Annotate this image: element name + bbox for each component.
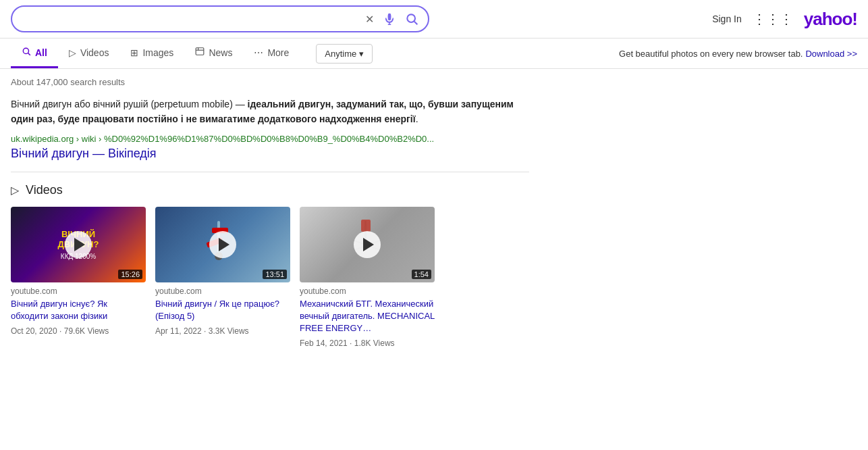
header: вічний двигун ✕ Sign In ⋮⋮⋮ [0,0,868,39]
svg-line-4 [414,22,418,25]
video-card-1[interactable]: ВІЧНИЙДВИГУН? ККД 1200% 15:26 youtube.co… [11,207,146,349]
news-icon [195,47,205,58]
nav-tabs: All ▷ Videos ⊞ Images News ⋯ More Anytim… [0,39,868,69]
video-duration-1: 15:26 [118,270,142,279]
video-meta-3: Feb 14, 2021 · 1.8K Views [300,339,435,348]
videos-section: ▷ Videos ВІЧНИЙДВИГУН? ККД 1200% 15:26 [11,183,529,349]
play-button-3[interactable] [354,231,381,258]
mic-button[interactable] [382,11,397,26]
tab-images-label: Images [142,47,173,58]
video-source-3: youtube.com [300,286,435,296]
clear-button[interactable]: ✕ [364,11,375,27]
tab-images[interactable]: ⊞ Images [119,39,184,68]
video-thumb-1: ВІЧНИЙДВИГУН? ККД 1200% 15:26 [11,207,146,282]
video-thumb-3: 1:54 [300,207,435,282]
tab-more-label: More [267,47,289,58]
play-button-2[interactable] [209,231,236,258]
tab-all-label: All [35,47,47,58]
main-content: About 147,000 search results Вічний двиг… [0,69,540,359]
anytime-filter-button[interactable]: Anytime ▾ [316,44,373,64]
results-count: About 147,000 search results [11,77,529,87]
promo-text: Get beautiful photos on every new browse… [619,49,803,59]
video-source-1: youtube.com [11,286,146,296]
video-card-3[interactable]: 1:54 youtube.com Механичский БТГ. Механи… [300,207,435,349]
yahoo-logo: yahoo! [804,9,857,30]
svg-line-6 [28,53,30,55]
tab-news-label: News [209,47,232,58]
images-icon: ⊞ [130,47,138,58]
videos-title: Videos [26,183,63,197]
search-bar: вічний двигун ✕ [11,5,429,32]
video-meta-2: Apr 11, 2022 · 3.3K Views [155,326,290,336]
play-triangle-3 [363,238,374,251]
video-duration-2: 13:51 [263,270,287,279]
divider [11,172,529,172]
more-dots-icon: ⋯ [254,47,263,58]
video-title-link-1[interactable]: Вічний двигун існує? Як обходити закони … [11,298,146,322]
tab-videos[interactable]: ▷ Videos [58,39,120,68]
svg-point-3 [407,14,415,22]
tab-more[interactable]: ⋯ More [243,39,300,68]
promo-download-link[interactable]: Download >> [805,49,857,59]
play-button-1[interactable] [65,231,92,258]
chevron-down-icon: ▾ [359,49,364,59]
play-triangle-1 [74,238,85,251]
svg-rect-7 [196,48,205,55]
wiki-url: uk.wikipedia.org › wiki › %D0%92%D1%96%D… [11,134,470,144]
anytime-label: Anytime [325,49,356,59]
search-icons: ✕ [364,11,420,27]
play-triangle-2 [219,238,229,251]
apps-grid-icon[interactable]: ⋮⋮⋮ [753,11,793,27]
video-title-link-2[interactable]: Вічний двигун / Як це працює? (Епізод 5) [155,298,290,322]
video-duration-3: 1:54 [412,270,431,279]
videos-header: ▷ Videos [11,183,529,197]
all-icon [22,47,31,58]
sign-in-link[interactable]: Sign In [712,14,742,24]
svg-rect-0 [388,14,391,19]
video-source-2: youtube.com [155,286,290,296]
video-title-link-3[interactable]: Механичский БТГ. Механический вечный дви… [300,298,435,335]
svg-point-5 [23,48,28,53]
snippet-text: Вічний двигун або вічний рушій (perpetuu… [11,97,529,127]
search-input[interactable]: вічний двигун [20,13,358,25]
wiki-title-link[interactable]: Вічний двигун — Вікіпедія [11,147,529,161]
tab-videos-label: Videos [80,47,109,58]
video-thumb-2: 13:51 [155,207,290,282]
tab-news[interactable]: News [184,39,243,68]
videos-icon: ▷ [69,47,76,58]
search-submit-button[interactable] [404,11,420,27]
header-right: Sign In ⋮⋮⋮ yahoo! [712,9,857,30]
video-meta-1: Oct 20, 2020 · 79.6K Views [11,326,146,336]
play-icon-header: ▷ [11,184,19,197]
tab-all[interactable]: All [11,39,58,68]
videos-grid: ВІЧНИЙДВИГУН? ККД 1200% 15:26 youtube.co… [11,207,529,349]
video-card-2[interactable]: 13:51 youtube.com Вічний двигун / Як це … [155,207,290,349]
